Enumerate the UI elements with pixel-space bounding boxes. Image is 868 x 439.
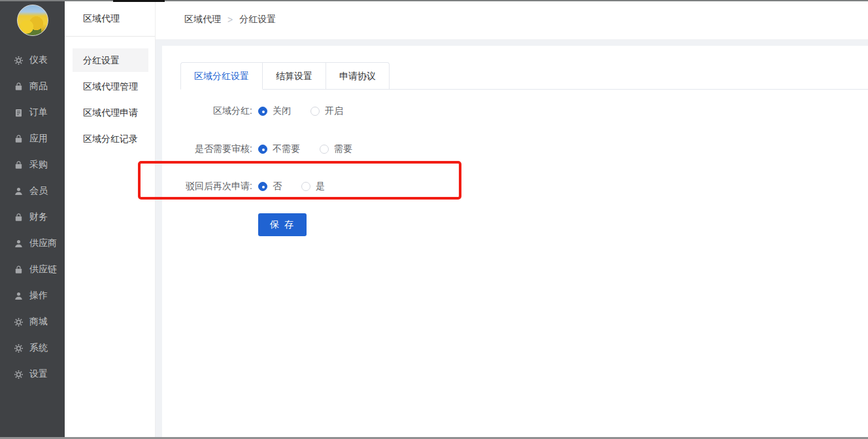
sidebar-item-supply-chain[interactable]: 供应链 [0,256,65,283]
sidebar-item-dashboard[interactable]: 仪表 [0,47,65,73]
radio-selected-icon[interactable] [258,145,267,154]
save-button[interactable]: 保 存 [258,213,307,236]
sidebar-item-suppliers[interactable]: 供应商 [0,230,65,256]
sidebar-item-mall[interactable]: 商城 [0,309,65,335]
sidebar-item-label: 设置 [29,368,48,380]
sidebar-item-label: 采购 [29,159,48,171]
sidebar-item-label: 供应链 [29,264,57,275]
radio-unselected-icon[interactable] [320,145,329,154]
radio-option-yes[interactable]: 是 [301,181,325,192]
sidebar-item-apps[interactable]: 应用 [0,126,65,152]
radio-option-no[interactable]: 否 [258,181,282,192]
radio-selected-icon[interactable] [258,182,267,191]
sidebar-item-label: 操作 [29,290,48,302]
bag-icon [14,213,24,222]
breadcrumb-separator-icon: > [227,14,233,25]
form-label: 是否需要审核: [179,143,252,155]
avatar[interactable] [17,5,48,36]
bag-icon [14,82,24,92]
sidebar-item-purchasing[interactable]: 采购 [0,152,65,178]
bag-icon [14,265,24,275]
primary-nav: 仪表 商品 订单 应用 采购 会员 财务 供应商 [0,41,65,387]
sidebar-item-label: 系统 [29,342,48,354]
form-row-reapply-after-reject: 驳回后再次申请: 否 是 [179,180,325,193]
sidebar-item-label: 应用 [29,133,48,145]
radio-option-required[interactable]: 需要 [320,143,352,155]
form-label: 驳回后再次申请: [179,181,252,192]
sidebar-item-label: 商品 [29,80,48,92]
sidebar-item-members[interactable]: 会员 [0,178,65,204]
sidebar-item-orders[interactable]: 订单 [0,99,65,126]
clipboard-icon [14,108,24,118]
radio-option-on[interactable]: 开启 [310,105,343,117]
window-top-edge-dark-segment [113,0,165,2]
sidebar-item-label: 会员 [29,185,48,197]
radio-unselected-icon[interactable] [310,107,320,116]
breadcrumb-item-dividend-settings: 分红设置 [239,14,276,26]
person-icon [14,186,24,196]
radio-option-off[interactable]: 关闭 [258,105,291,117]
radio-selected-icon[interactable] [258,107,267,116]
gear-icon [14,370,24,379]
breadcrumb-item-region-agent[interactable]: 区域代理 [184,14,221,26]
submenu-item-dividend-records[interactable]: 区域分红记录 [65,126,155,152]
submenu-item-dividend-settings[interactable]: 分红设置 [73,48,148,72]
sidebar-item-operations[interactable]: 操作 [0,283,65,309]
submenu-item-agent-application[interactable]: 区域代理申请 [65,99,155,126]
person-icon [14,291,24,301]
bag-icon [14,160,24,170]
sidebar-item-goods[interactable]: 商品 [0,73,65,99]
content-card: 区域分红设置 结算设置 申请协议 区域分红: 关闭 开启 是否需要审核: 不需要… [162,46,868,437]
submenu-header: 区域代理 [65,0,155,37]
sidebar-item-label: 财务 [29,211,48,223]
form-row-region-dividend: 区域分红: 关闭 开启 [179,105,343,118]
sidebar-item-finance[interactable]: 财务 [0,204,65,230]
tab-application-agreement[interactable]: 申请协议 [326,62,390,89]
sidebar-item-label: 商城 [29,316,48,328]
sidebar-item-label: 仪表 [29,54,48,66]
submenu-item-agent-management[interactable]: 区域代理管理 [65,73,155,99]
sidebar-item-settings[interactable]: 设置 [0,361,65,387]
gauge-icon [14,56,24,65]
secondary-sidebar: 区域代理 分红设置 区域代理管理 区域代理申请 区域分红记录 [65,0,156,437]
sidebar-item-label: 供应商 [29,237,57,249]
radio-unselected-icon[interactable] [301,182,310,191]
gear-icon [14,317,24,327]
form-label: 区域分红: [179,105,252,117]
primary-sidebar: 仪表 商品 订单 应用 采购 会员 财务 供应商 [0,0,65,437]
sidebar-item-label: 订单 [29,107,48,118]
submenu-items: 分红设置 区域代理管理 区域代理申请 区域分红记录 [65,37,155,152]
gear-icon [14,343,24,353]
tab-region-dividend-settings[interactable]: 区域分红设置 [180,62,263,90]
tab-bar: 区域分红设置 结算设置 申请协议 [180,62,868,90]
bag-icon [14,134,24,144]
person-icon [14,239,24,249]
form-row-review-required: 是否需要审核: 不需要 需要 [179,143,352,156]
sidebar-item-system[interactable]: 系统 [0,335,65,361]
breadcrumb: 区域代理 > 分红设置 [184,0,276,39]
tab-settlement-settings[interactable]: 结算设置 [263,62,326,89]
radio-option-not-required[interactable]: 不需要 [258,143,300,155]
main-header: 区域代理 > 分红设置 [156,0,868,39]
